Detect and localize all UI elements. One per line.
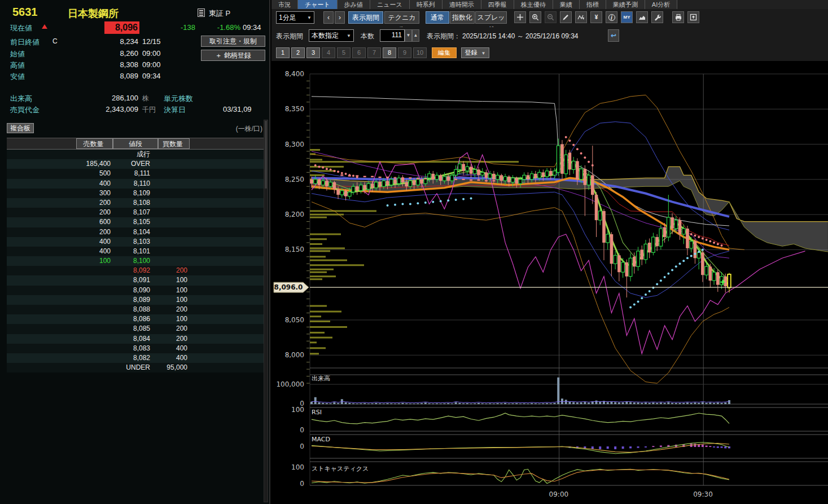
preset-button-9[interactable]: 9	[398, 47, 411, 58]
order-book-row[interactable]: 8,091100	[7, 275, 264, 285]
tab-10[interactable]: 業績予測	[606, 0, 645, 9]
preset-button-2[interactable]: 2	[291, 47, 305, 58]
reset-range-button[interactable]: ↩	[608, 29, 619, 42]
preset-button-1[interactable]: 1	[276, 47, 290, 58]
order-book-row[interactable]: 8,090100	[7, 286, 264, 295]
svg-text:100: 100	[291, 463, 304, 471]
preset-button-4[interactable]: 4	[322, 47, 335, 58]
order-book-row[interactable]: 2008,108	[7, 198, 264, 208]
pencil-icon[interactable]	[560, 11, 572, 23]
preset-button-8[interactable]: 8	[383, 47, 396, 58]
register-preset-button[interactable]: 登録 ▼	[461, 47, 489, 58]
order-book-row[interactable]: UNDER95,000	[7, 363, 264, 372]
bar-count-input[interactable]: 111	[380, 29, 405, 42]
area-chart-icon[interactable]	[636, 11, 648, 23]
line-ma-purple	[312, 151, 729, 258]
edit-preset-button[interactable]: 編集	[432, 47, 457, 58]
current-price-value: 8,096	[104, 21, 139, 34]
tab-9[interactable]: 指標	[580, 0, 606, 9]
order-book-row[interactable]: 6008,105	[7, 217, 264, 227]
prev-period-button[interactable]: ‹	[323, 11, 334, 24]
my-chart-icon[interactable]: MY	[621, 11, 633, 23]
preset-button-7[interactable]: 7	[367, 47, 381, 58]
price-time: 09:34	[243, 23, 261, 32]
period-toolbar: 表示期間 本数指定▼ 本数 111 ▼ ▲ 表示期間： 2025/12/15 1…	[271, 27, 828, 45]
svg-text:出来高: 出来高	[312, 375, 330, 382]
prev-close-value: 8,234	[102, 37, 138, 46]
svg-text:0: 0	[300, 480, 304, 488]
yen-icon[interactable]: ¥	[590, 11, 602, 23]
tab-5[interactable]: 適時開示	[443, 0, 481, 9]
next-period-button[interactable]: ›	[335, 11, 345, 24]
tab-7[interactable]: 株主優待	[514, 0, 553, 9]
buy-qty-header: 買数量	[158, 138, 190, 149]
count-spin-up[interactable]: ▲	[412, 29, 419, 42]
price-chart[interactable]: 8,4008,3508,3008,2508,2008,1508,0508,000…	[271, 61, 828, 504]
info-icon[interactable]: i	[606, 11, 617, 23]
normal-mode-button[interactable]: 通常	[426, 11, 449, 24]
tab-6[interactable]: 四季報	[481, 0, 514, 9]
crosshair-plus-icon[interactable]	[514, 11, 526, 23]
zoom-out-icon[interactable]	[545, 11, 557, 23]
order-book-row[interactable]: 8,086100	[7, 314, 264, 324]
composite-board-button[interactable]: 複合板	[7, 123, 34, 133]
order-book-row[interactable]: 4008,101	[7, 247, 264, 256]
svg-text:8,400: 8,400	[285, 70, 304, 78]
order-book-row[interactable]: 3008,109	[7, 189, 264, 198]
zoom-in-icon[interactable]	[529, 11, 541, 23]
order-book-row[interactable]: 185,400OVER	[7, 159, 264, 169]
order-book-row[interactable]: 1008,100	[7, 256, 264, 266]
svg-text:09:30: 09:30	[693, 490, 713, 498]
stock-code: 5631	[12, 6, 38, 19]
quote-panel-scrollbar[interactable]	[264, 120, 268, 502]
order-book-row[interactable]: 8,085200	[7, 324, 264, 334]
turnover-label: 売買代金	[10, 105, 40, 115]
order-book-row[interactable]: 8,084200	[7, 334, 264, 344]
print-icon[interactable]	[672, 11, 684, 23]
chart-toolbar: 1分足▼ ‹ › 表示期間 テクニカル 通常 指数化 スプレッド ¥iMY	[271, 9, 828, 27]
order-book: 売数量 値段 買数量 成行185,400OVER5008,1114008,110…	[7, 138, 264, 372]
count-spin-down[interactable]: ▼	[405, 29, 412, 42]
order-book-row[interactable]: 2008,104	[7, 227, 264, 237]
tab-3[interactable]: ニュース	[370, 0, 410, 9]
register-symbol-button[interactable]: ＋ 銘柄登録	[201, 50, 265, 61]
interval-select[interactable]: 1分足▼	[276, 11, 314, 24]
order-book-row[interactable]: 成行	[7, 150, 264, 159]
count-mode-select[interactable]: 本数指定▼	[309, 29, 354, 42]
stock-name: 日本製鋼所	[68, 7, 119, 20]
tab-11[interactable]: AI分析	[645, 0, 677, 9]
tab-8[interactable]: 業績	[553, 0, 580, 9]
order-book-row[interactable]: 4008,103	[7, 237, 264, 247]
tab-2[interactable]: 歩み値	[338, 0, 370, 9]
preset-button-10[interactable]: 10	[413, 47, 427, 58]
preset-button-5[interactable]: 5	[337, 47, 351, 58]
preset-button-6[interactable]: 6	[352, 47, 366, 58]
order-book-row[interactable]: 8,088200	[7, 305, 264, 314]
preset-button-3[interactable]: 3	[306, 47, 320, 58]
order-book-row[interactable]: 8,083400	[7, 344, 264, 353]
technical-button[interactable]: テクニカル	[384, 11, 419, 24]
wrench-icon[interactable]	[651, 11, 663, 23]
tab-1[interactable]: チャート	[298, 0, 338, 9]
export-icon[interactable]	[687, 11, 699, 23]
tab-0[interactable]: 市況	[271, 0, 298, 9]
order-book-row[interactable]: 4008,110	[7, 179, 264, 189]
display-period-button[interactable]: 表示期間	[348, 11, 383, 24]
quote-panel: 5631 日本製鋼所 東証 P 現在値 -138 -1.68% 09:34 8,…	[0, 0, 270, 504]
svg-text:MACD: MACD	[312, 436, 330, 443]
order-book-row[interactable]: 8,092200	[7, 266, 264, 275]
spread-mode-button[interactable]: スプレッド	[475, 11, 507, 24]
order-book-row[interactable]: 2008,107	[7, 208, 264, 217]
order-book-row[interactable]: 8,082400	[7, 353, 264, 363]
svg-text:0: 0	[300, 442, 304, 450]
order-book-row[interactable]: 8,089100	[7, 295, 264, 305]
indexed-mode-button[interactable]: 指数化	[450, 11, 475, 24]
settlement-label: 決算日	[164, 105, 186, 115]
order-book-row[interactable]: 5008,111	[7, 169, 264, 178]
tab-4[interactable]: 時系列	[410, 0, 443, 9]
trade-caution-button[interactable]: 取引注意・規制	[201, 36, 265, 47]
volume-value: 286,100	[90, 94, 138, 102]
trendline-cursor-icon[interactable]	[575, 11, 587, 23]
open-value: 8,260	[102, 49, 138, 58]
price-change-pct: -1.68%	[208, 23, 240, 32]
